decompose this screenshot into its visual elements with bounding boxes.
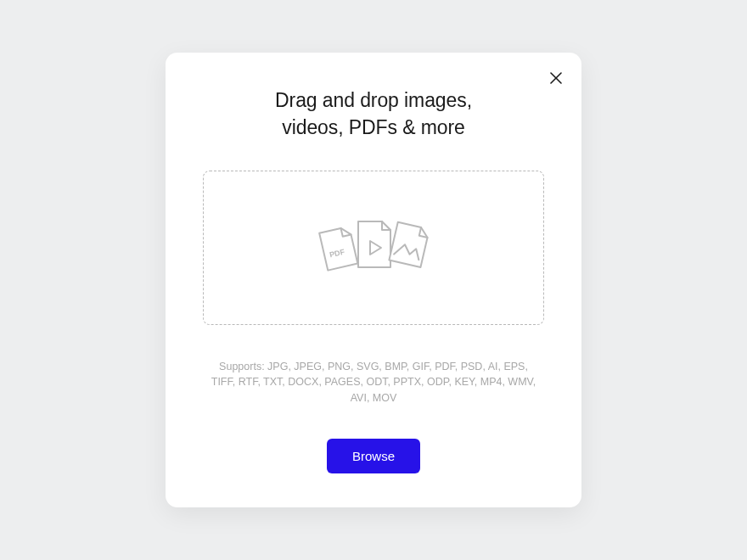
title-line-1: Drag and drop images, — [275, 89, 472, 111]
upload-modal: Drag and drop images, videos, PDFs & mor… — [166, 53, 581, 507]
close-icon — [550, 72, 562, 84]
files-illustration: PDF — [314, 215, 433, 281]
dropzone[interactable]: PDF — [203, 171, 544, 325]
modal-title: Drag and drop images, videos, PDFs & mor… — [203, 87, 544, 141]
pdf-file-icon: PDF — [319, 226, 357, 270]
browse-button[interactable]: Browse — [327, 439, 420, 473]
image-file-icon — [389, 221, 429, 266]
close-button[interactable] — [546, 68, 566, 88]
video-file-icon — [358, 221, 390, 267]
supported-formats-text: Supports: JPG, JPEG, PNG, SVG, BMP, GIF,… — [203, 359, 544, 406]
title-line-2: videos, PDFs & more — [282, 116, 464, 138]
